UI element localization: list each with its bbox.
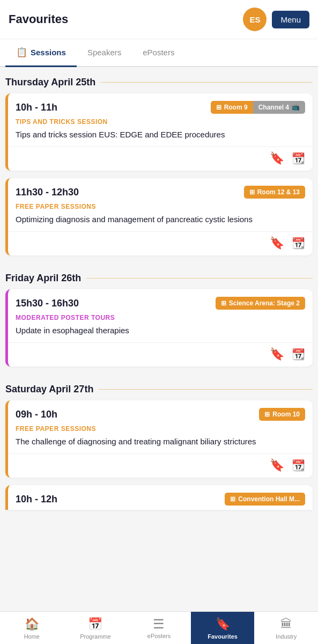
session-s2-time-row: 11h30 - 12h30 ⊞ Room 12 & 13 bbox=[16, 186, 305, 199]
menu-button[interactable]: Menu bbox=[272, 11, 309, 28]
channel-tv-icon: 📺 bbox=[292, 104, 300, 111]
session-s5-room: Convention Hall M... bbox=[238, 495, 300, 503]
bookmark-icon-s1[interactable]: 🔖 bbox=[270, 151, 284, 165]
session-s3-type: MODERATED POSTER TOURS bbox=[16, 314, 305, 321]
session-s4-room-badge: ⊞ Room 10 bbox=[259, 408, 305, 421]
session-s1-time: 10h - 11h bbox=[16, 102, 57, 113]
nav-industry[interactable]: 🏛 Industry bbox=[254, 612, 318, 644]
session-s3-inner: 15h30 - 16h30 ⊞ Science Arena: Stage 2 M… bbox=[8, 289, 313, 336]
session-s3-time-row: 15h30 - 16h30 ⊞ Science Arena: Stage 2 bbox=[16, 297, 305, 310]
session-s2-badges: ⊞ Room 12 & 13 bbox=[244, 186, 305, 199]
session-s2-type: FREE PAPER SESSIONS bbox=[16, 203, 305, 210]
session-s3-actions: 🔖 📆 bbox=[8, 342, 313, 367]
session-s2-room: Room 12 & 13 bbox=[257, 188, 300, 196]
programme-icon: 📅 bbox=[88, 617, 102, 631]
nav-eposters-label: ePosters bbox=[147, 633, 171, 639]
calendar-add-icon-s2[interactable]: 📆 bbox=[292, 237, 305, 250]
day-saturday-label: Saturday April 27th bbox=[5, 384, 93, 395]
tab-sessions[interactable]: 📋 Sessions bbox=[5, 39, 77, 67]
channel-s1-label: Channel 4 bbox=[258, 104, 289, 111]
session-s4-time-row: 09h - 10h ⊞ Room 10 bbox=[16, 408, 305, 421]
nav-favourites[interactable]: 🔖 Favourites bbox=[191, 612, 255, 644]
room-grid-icon-s5: ⊞ bbox=[230, 495, 235, 503]
session-s5-inner: 10h - 12h ⊞ Convention Hall M... bbox=[8, 485, 313, 506]
session-s1-title: Tips and tricks session EUS: EDGE and ED… bbox=[16, 129, 305, 140]
tab-eposters[interactable]: ePosters bbox=[132, 39, 185, 67]
nav-home[interactable]: 🏠 Home bbox=[0, 612, 64, 644]
session-s1-type: TIPS AND TRICKS SESSION bbox=[16, 118, 305, 126]
day-saturday-header: Saturday April 27th bbox=[5, 374, 313, 400]
session-s4-inner: 09h - 10h ⊞ Room 10 FREE PAPER SESSIONS … bbox=[8, 400, 313, 447]
session-s2-room-badge: ⊞ Room 12 & 13 bbox=[244, 186, 305, 199]
day-thursday-header: Thursday April 25th bbox=[5, 67, 313, 93]
session-s5-time: 10h - 12h bbox=[16, 494, 57, 505]
calendar-add-icon-s4[interactable]: 📆 bbox=[292, 459, 305, 472]
sessions-icon: 📋 bbox=[16, 47, 27, 58]
calendar-add-icon-s1[interactable]: 📆 bbox=[292, 152, 305, 165]
session-s1-inner: 10h - 11h ⊞ Room 9 Channel 4 📺 TIPS AND … bbox=[8, 93, 313, 140]
session-s1-room: Room 9 bbox=[224, 104, 248, 111]
room-grid-icon-s3: ⊞ bbox=[221, 299, 226, 307]
session-s1-time-row: 10h - 11h ⊞ Room 9 Channel 4 📺 bbox=[16, 101, 305, 114]
day-friday-header: Friday April 26th bbox=[5, 263, 313, 289]
bookmark-icon-s3[interactable]: 🔖 bbox=[270, 347, 284, 361]
session-card-s4: 09h - 10h ⊞ Room 10 FREE PAPER SESSIONS … bbox=[5, 400, 313, 478]
session-s3-room-badge: ⊞ Science Arena: Stage 2 bbox=[216, 297, 305, 310]
nav-favourites-label: Favourites bbox=[208, 633, 238, 640]
session-s2-time: 11h30 - 12h30 bbox=[16, 187, 79, 198]
session-s2-actions: 🔖 📆 bbox=[8, 231, 313, 255]
session-s1-badges: ⊞ Room 9 Channel 4 📺 bbox=[211, 101, 305, 114]
calendar-add-icon-s3[interactable]: 📆 bbox=[292, 348, 305, 361]
session-s4-room: Room 10 bbox=[272, 411, 300, 418]
session-s4-title: The challenge of diagnosing and treating… bbox=[16, 436, 305, 447]
nav-programme-label: Programme bbox=[80, 633, 110, 640]
favourites-nav-icon: 🔖 bbox=[216, 617, 230, 631]
session-s3-badges: ⊞ Science Arena: Stage 2 bbox=[216, 297, 305, 310]
tab-bar: 📋 Sessions Speakers ePosters bbox=[0, 39, 318, 67]
session-s5-room-badge: ⊞ Convention Hall M... bbox=[225, 493, 305, 506]
session-s4-badges: ⊞ Room 10 bbox=[259, 408, 305, 421]
session-s1-actions: 🔖 📆 bbox=[8, 147, 313, 171]
session-s2-inner: 11h30 - 12h30 ⊞ Room 12 & 13 FREE PAPER … bbox=[8, 178, 313, 225]
session-s5-time-row: 10h - 12h ⊞ Convention Hall M... bbox=[16, 493, 305, 506]
bottom-navigation: 🏠 Home 📅 Programme ☰ ePosters 🔖 Favourit… bbox=[0, 611, 318, 644]
home-icon: 🏠 bbox=[25, 617, 39, 631]
session-s5-badges: ⊞ Convention Hall M... bbox=[225, 493, 305, 506]
header-right: ES Menu bbox=[243, 8, 309, 31]
session-s1-channel-badge: Channel 4 📺 bbox=[253, 101, 305, 114]
session-card-s2: 11h30 - 12h30 ⊞ Room 12 & 13 FREE PAPER … bbox=[5, 178, 313, 255]
day-friday-line bbox=[86, 278, 313, 279]
nav-home-label: Home bbox=[24, 633, 40, 640]
session-s1-room-badge: ⊞ Room 9 bbox=[211, 101, 253, 114]
main-content: Thursday April 25th 10h - 11h ⊞ Room 9 C… bbox=[0, 67, 318, 558]
industry-icon: 🏛 bbox=[280, 617, 292, 631]
session-s4-time: 09h - 10h bbox=[16, 409, 57, 420]
nav-industry-label: Industry bbox=[276, 633, 297, 640]
session-s3-time: 15h30 - 16h30 bbox=[16, 298, 79, 309]
day-friday-label: Friday April 26th bbox=[5, 273, 81, 284]
session-s3-room: Science Arena: Stage 2 bbox=[229, 299, 300, 307]
app-header: Favourites ES Menu bbox=[0, 0, 318, 39]
room-grid-icon-s2: ⊞ bbox=[249, 188, 255, 196]
session-s3-title: Update in esophageal therapies bbox=[16, 325, 305, 336]
avatar[interactable]: ES bbox=[243, 8, 267, 31]
nav-eposters[interactable]: ☰ ePosters bbox=[127, 612, 191, 644]
bookmark-icon-s2[interactable]: 🔖 bbox=[270, 236, 284, 250]
room-grid-icon-s4: ⊞ bbox=[264, 411, 270, 418]
day-saturday-line bbox=[99, 389, 313, 390]
day-thursday-line bbox=[101, 82, 313, 83]
day-thursday-label: Thursday April 25th bbox=[5, 77, 95, 88]
nav-programme[interactable]: 📅 Programme bbox=[64, 612, 128, 644]
session-card-s5-partial: 10h - 12h ⊞ Convention Hall M... bbox=[5, 485, 313, 510]
session-card-s1: 10h - 11h ⊞ Room 9 Channel 4 📺 TIPS AND … bbox=[5, 93, 313, 171]
page-title: Favourites bbox=[9, 12, 68, 26]
session-s4-type: FREE PAPER SESSIONS bbox=[16, 425, 305, 433]
bookmark-icon-s4[interactable]: 🔖 bbox=[270, 458, 284, 472]
eposters-nav-icon: ☰ bbox=[153, 618, 165, 631]
session-card-s3: 15h30 - 16h30 ⊞ Science Arena: Stage 2 M… bbox=[5, 289, 313, 367]
tab-speakers[interactable]: Speakers bbox=[77, 39, 132, 67]
room-grid-icon: ⊞ bbox=[216, 104, 221, 111]
session-s2-title: Optimizing diagnosis and management of p… bbox=[16, 214, 305, 225]
session-s4-actions: 🔖 📆 bbox=[8, 453, 313, 478]
